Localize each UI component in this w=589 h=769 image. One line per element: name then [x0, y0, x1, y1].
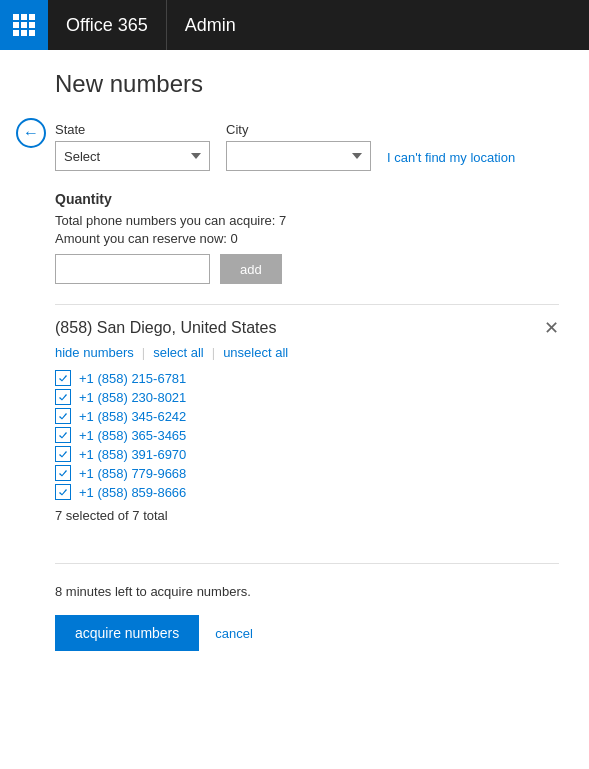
footer-actions: acquire numbers cancel	[55, 615, 559, 651]
quantity-title: Quantity	[55, 191, 559, 207]
list-item: +1 (858) 215-6781	[55, 370, 559, 386]
number-link-4[interactable]: +1 (858) 391-6970	[79, 447, 186, 462]
page-title: New numbers	[55, 70, 559, 98]
numbers-header: (858) San Diego, United States ✕	[55, 319, 559, 337]
unselect-all-link[interactable]: unselect all	[223, 345, 288, 360]
number-checkbox-5[interactable]	[55, 465, 71, 481]
add-button[interactable]: add	[220, 254, 282, 284]
numbers-actions: hide numbers | select all | unselect all	[55, 345, 559, 360]
reserve-info: Amount you can reserve now: 0	[55, 231, 559, 246]
city-group: City	[226, 122, 371, 171]
state-select[interactable]: Select	[55, 141, 210, 171]
admin-label: Admin	[167, 0, 254, 50]
number-checkbox-0[interactable]	[55, 370, 71, 386]
numbers-region-title: (858) San Diego, United States	[55, 319, 276, 337]
number-checkbox-4[interactable]	[55, 446, 71, 462]
footer-section: 8 minutes left to acquire numbers. acqui…	[55, 563, 559, 651]
find-location-link[interactable]: I can't find my location	[387, 150, 515, 171]
numbers-list: +1 (858) 215-6781 +1 (858) 230-8021 +1 (…	[55, 370, 559, 500]
list-item: +1 (858) 365-3465	[55, 427, 559, 443]
numbers-section: (858) San Diego, United States ✕ hide nu…	[55, 304, 559, 523]
number-link-1[interactable]: +1 (858) 230-8021	[79, 390, 186, 405]
number-link-5[interactable]: +1 (858) 779-9668	[79, 466, 186, 481]
location-form-row: State Select City I can't find my locati…	[55, 122, 559, 171]
number-checkbox-6[interactable]	[55, 484, 71, 500]
list-item: +1 (858) 779-9668	[55, 465, 559, 481]
acquire-button[interactable]: acquire numbers	[55, 615, 199, 651]
number-checkbox-3[interactable]	[55, 427, 71, 443]
state-label: State	[55, 122, 210, 137]
cancel-link[interactable]: cancel	[215, 626, 253, 641]
city-label: City	[226, 122, 371, 137]
number-checkbox-2[interactable]	[55, 408, 71, 424]
number-checkbox-1[interactable]	[55, 389, 71, 405]
topnav: Office 365 Admin	[0, 0, 589, 50]
list-item: +1 (858) 391-6970	[55, 446, 559, 462]
waffle-icon	[13, 14, 35, 36]
number-link-3[interactable]: +1 (858) 365-3465	[79, 428, 186, 443]
total-info: Total phone numbers you can acquire: 7	[55, 213, 559, 228]
select-all-link[interactable]: select all	[153, 345, 204, 360]
number-link-2[interactable]: +1 (858) 345-6242	[79, 409, 186, 424]
list-item: +1 (858) 859-8666	[55, 484, 559, 500]
numbers-count: 7 selected of 7 total	[55, 508, 559, 523]
list-item: +1 (858) 230-8021	[55, 389, 559, 405]
app-grid-icon[interactable]	[0, 0, 48, 50]
back-button[interactable]: ←	[16, 118, 46, 148]
close-numbers-button[interactable]: ✕	[544, 319, 559, 337]
list-item: +1 (858) 345-6242	[55, 408, 559, 424]
quantity-input[interactable]	[55, 254, 210, 284]
brand-name: Office 365	[48, 0, 167, 50]
state-group: State Select	[55, 122, 210, 171]
quantity-input-row: add	[55, 254, 559, 284]
timer-text: 8 minutes left to acquire numbers.	[55, 584, 559, 599]
number-link-0[interactable]: +1 (858) 215-6781	[79, 371, 186, 386]
city-select[interactable]	[226, 141, 371, 171]
hide-numbers-link[interactable]: hide numbers	[55, 345, 134, 360]
number-link-6[interactable]: +1 (858) 859-8666	[79, 485, 186, 500]
quantity-section: Quantity Total phone numbers you can acq…	[55, 191, 559, 284]
